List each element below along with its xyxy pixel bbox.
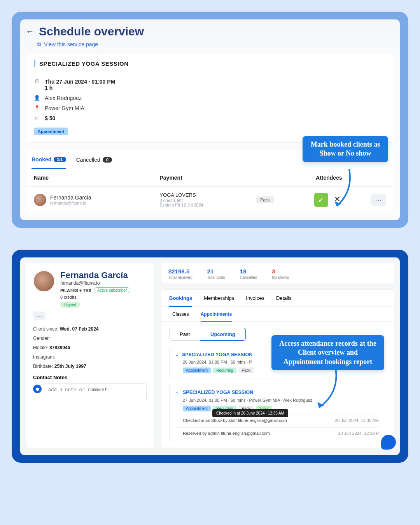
log-reserved-time: 13 Jun 2024, 12:39 P <box>338 431 379 436</box>
session-details-card: SPECIALIZED YOGA SESSION 🗓 Thu 27 Jun 20… <box>26 54 394 143</box>
chat-widget-icon[interactable] <box>381 435 396 450</box>
location-pin-icon: 📍 <box>34 105 40 111</box>
client-mobile: 87839046 <box>49 345 70 350</box>
checkin-tooltip: Checked in at 26 June 2024 · 12:35 AM <box>212 409 288 417</box>
subtab-classes[interactable]: Classes <box>172 312 189 321</box>
profile-more-button[interactable]: ⋯ <box>33 312 46 320</box>
avatar <box>33 270 55 292</box>
tag-recurring: Recurring <box>213 368 236 373</box>
signed-badge: Signed <box>60 302 80 308</box>
view-service-page-link[interactable]: View this service page <box>44 41 98 47</box>
chevron-up-icon[interactable]: ︿ <box>175 389 180 396</box>
session-price: $ 50 <box>45 115 55 121</box>
session-location: Power Gym MIA <box>45 105 84 111</box>
client-stats: $2198.5Total received 21Total visits 18C… <box>161 263 394 284</box>
booking-item-2[interactable]: ︿ SPECIALIZED YOGA SESSION 27 Jun 2024, … <box>169 384 386 442</box>
attendee-email: fernanda@fitune.io <box>50 201 91 205</box>
annotation-arrow-1 <box>334 167 357 210</box>
cancelled-count-badge: 0 <box>103 157 112 163</box>
stat-total-received: $2198.5 <box>168 268 192 275</box>
annotation-arrow-2 <box>316 364 343 411</box>
client-plan: PILATES + TRX <box>60 288 91 293</box>
session-title: SPECIALIZED YOGA SESSION <box>39 60 129 67</box>
avatar <box>34 194 46 206</box>
price-tag-icon: 🏷 <box>34 115 40 121</box>
chevron-down-icon[interactable]: ⌄ <box>175 352 179 357</box>
client-name: Fernanda García <box>60 270 147 280</box>
attendee-name[interactable]: Fernanda García <box>50 194 91 201</box>
back-arrow-icon[interactable]: ← <box>26 26 34 37</box>
client-since: Wed, 07 Feb 2024 <box>60 326 99 332</box>
tab-bookings[interactable]: Bookings <box>169 295 192 307</box>
tab-invoices[interactable]: Invoices <box>246 295 264 306</box>
subtab-appointments[interactable]: Appointments <box>201 312 232 322</box>
mark-show-button[interactable]: ✓ <box>314 193 328 207</box>
pack-chip: Pack <box>256 196 273 203</box>
col-name: Name <box>34 175 159 181</box>
calendar-icon: 🗓 <box>34 79 40 84</box>
annotation-callout-1: Mark booked clients as Show or No show <box>303 136 388 162</box>
session-datetime: Thu 27 Jun 2024 · 01:00 PM <box>45 79 115 85</box>
client-birthdate: 25th July 1997 <box>54 364 86 369</box>
stat-cancelled: 18 <box>240 268 257 275</box>
appointment-chip: Appointment <box>34 128 68 135</box>
session-staff: Alex Rodriguez <box>45 95 82 101</box>
page-title: Schedule overview <box>39 25 144 38</box>
tab-cancelled[interactable]: Cancelled 0 <box>76 156 112 168</box>
payment-expires: Expires Fri 12 Jul 2024 <box>159 203 256 207</box>
stat-total-visits: 21 <box>207 268 225 275</box>
log-checkin-time: 26 Jun 2024, 12:35 AM <box>335 418 379 423</box>
tab-booked[interactable]: Booked 1/1 <box>32 156 66 169</box>
note-author-avatar: ⬤ <box>33 385 42 393</box>
booked-count-badge: 1/1 <box>54 157 66 162</box>
seg-upcoming[interactable]: Upcoming <box>200 328 246 341</box>
payment-pack: YOGA LOVERS <box>159 192 256 198</box>
client-credits: 8 credits <box>60 295 147 299</box>
client-profile-card: Fernanda García fernanda@fitune.io PILAT… <box>26 263 154 448</box>
client-gender: Gender: <box>33 336 147 341</box>
log-checkin: Checked in as Show by staff fitune.engli… <box>183 418 287 423</box>
log-reserved: Reserved by admin fitune.english@gmail.c… <box>183 431 270 436</box>
seg-past[interactable]: Past <box>169 328 200 341</box>
booking-subtitle: 27 Jun 2024, 01:00 PM · 60 mins · Power … <box>183 398 380 402</box>
tag-appointment: Appointment <box>183 368 211 373</box>
payment-credits: 0 credits left <box>159 198 256 203</box>
contact-notes-title: Contact Notes <box>33 374 147 380</box>
client-email: fernanda@fitune.io <box>60 280 147 286</box>
tag-pack: Pack <box>239 368 254 373</box>
stat-noshows: 3 <box>272 268 289 275</box>
col-payment: Payment <box>159 175 256 181</box>
client-instagram: Instagram: <box>33 354 147 360</box>
row-more-button[interactable]: ⋯ <box>371 194 386 206</box>
tag-appointment: Appointment <box>183 406 211 411</box>
session-duration: 1 h <box>45 85 52 91</box>
subscriber-status: Active subscriber <box>94 287 130 293</box>
external-link-icon: ⧉ <box>37 41 41 47</box>
accent-bar <box>34 60 35 67</box>
person-icon: 👤 <box>34 95 40 101</box>
tab-details[interactable]: Details <box>276 295 292 306</box>
note-input[interactable] <box>45 383 147 401</box>
tab-memberships[interactable]: Memberships <box>204 295 234 306</box>
